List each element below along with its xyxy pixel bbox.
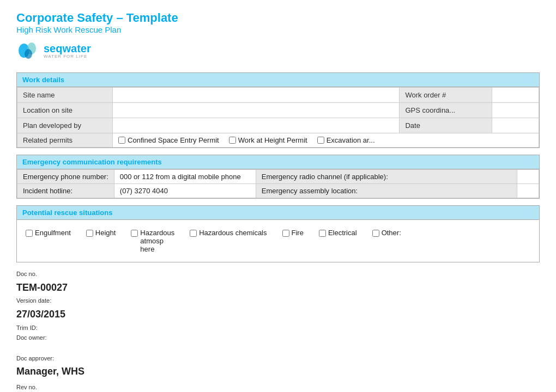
rescue-section: Potential rescue situations Engulfment H…	[16, 205, 540, 262]
electrical-checkbox[interactable]	[319, 230, 326, 237]
electrical-label: Electrical	[328, 229, 357, 237]
logo-area: seqwater WATER FOR LIFE	[16, 39, 540, 63]
engulfment-label: Engulfment	[35, 229, 71, 237]
related-permits-value: Confined Space Entry Permit Work at Heig…	[113, 133, 539, 148]
confined-space-permit[interactable]: Confined Space Entry Permit	[118, 136, 219, 144]
doc-subtitle: High Risk Work Rescue Plan	[16, 25, 540, 34]
permits-row: Confined Space Entry Permit Work at Heig…	[118, 136, 533, 144]
height-label: Height	[95, 229, 116, 237]
related-permits-label: Related permits	[17, 133, 113, 148]
approver-value: Manager, WHS	[16, 363, 540, 380]
hazardous-atm-checkbox[interactable]	[131, 230, 138, 237]
hazardous-chem-label: Hazardous chemicals	[199, 229, 267, 237]
engulfment-checkbox[interactable]	[26, 230, 33, 237]
hazardous-chem-item[interactable]: Hazardous chemicals	[190, 229, 267, 237]
plan-dev-value[interactable]	[113, 118, 400, 133]
work-height-permit[interactable]: Work at Height Permit	[229, 136, 307, 144]
work-order-label: Work order #	[400, 88, 492, 103]
page-header: Corporate Safety – Template High Risk Wo…	[16, 11, 540, 63]
hotline-value: (07) 3270 4040	[114, 184, 256, 198]
radio-channel-label: Emergency radio channel (if applicable):	[256, 170, 517, 184]
hotline-label: Incident hotline:	[17, 184, 114, 198]
fire-item[interactable]: Fire	[282, 229, 304, 237]
fire-checkbox[interactable]	[282, 230, 289, 237]
excavation-checkbox[interactable]	[317, 137, 324, 144]
gps-label: GPS coordina...	[400, 103, 492, 118]
location-label: Location on site	[17, 103, 113, 118]
doc-no-value: TEM-00027	[16, 279, 540, 296]
location-row: Location on site GPS coordina...	[17, 103, 539, 118]
emergency-phone-row: Emergency phone number: 000 or 112 from …	[17, 170, 539, 184]
electrical-item[interactable]: Electrical	[319, 229, 357, 237]
gps-value[interactable]	[492, 103, 539, 118]
doc-title: Corporate Safety – Template	[16, 11, 540, 25]
seqwater-logo-icon	[16, 39, 40, 63]
rev-label: Rev no.	[16, 382, 540, 392]
work-height-label: Work at Height Permit	[238, 136, 307, 144]
other-label: Other:	[382, 229, 401, 237]
work-details-header: Work details	[17, 73, 539, 87]
version-value: 27/03/2015	[16, 306, 540, 323]
version-label: Version date:	[16, 297, 51, 304]
location-value[interactable]	[113, 103, 400, 118]
rescue-header: Potential rescue situations	[17, 206, 539, 220]
other-checkbox[interactable]	[372, 230, 379, 237]
date-label: Date	[400, 118, 492, 133]
emerg-phone-value: 000 or 112 from a digital mobile phone	[114, 170, 256, 184]
radio-channel-value[interactable]	[517, 170, 539, 184]
hazardous-chem-checkbox[interactable]	[190, 230, 197, 237]
excavation-permit[interactable]: Excavation ar...	[317, 136, 375, 144]
work-details-table: Site name Work order # Location on site …	[17, 87, 539, 148]
plan-developed-row: Plan developed by Date	[17, 118, 539, 133]
site-name-value[interactable]	[113, 88, 400, 103]
height-checkbox[interactable]	[86, 230, 93, 237]
related-permits-row: Related permits Confined Space Entry Per…	[17, 133, 539, 148]
site-name-label: Site name	[17, 88, 113, 103]
engulfment-item[interactable]: Engulfment	[26, 229, 71, 237]
logo-text: seqwater WATER FOR LIFE	[44, 43, 91, 59]
emergency-header: Emergency communication requirements	[17, 155, 539, 169]
approver-label: Doc approver:	[16, 355, 54, 362]
trim-label: Trim ID:	[16, 324, 38, 331]
assembly-value[interactable]	[517, 184, 539, 198]
incident-hotline-row: Incident hotline: (07) 3270 4040 Emergen…	[17, 184, 539, 198]
footer-meta: Doc no. TEM-00027 Version date: 27/03/20…	[16, 269, 540, 392]
emergency-table: Emergency phone number: 000 or 112 from …	[17, 169, 539, 198]
confined-space-label: Confined Space Entry Permit	[128, 136, 219, 144]
emergency-section: Emergency communication requirements Eme…	[16, 155, 540, 199]
fire-label: Fire	[292, 229, 304, 237]
svg-point-2	[25, 49, 32, 59]
doc-no-label: Doc no.	[16, 271, 37, 277]
owner-label: Doc owner:	[16, 334, 47, 341]
rescue-checkboxes: Engulfment Height Hazardousatmosphere Ha…	[26, 229, 530, 253]
other-item[interactable]: Other:	[372, 229, 401, 237]
plan-dev-label: Plan developed by	[17, 118, 113, 133]
logo-brand-name: seqwater	[44, 43, 91, 54]
hazardous-atm-item[interactable]: Hazardousatmosphere	[131, 229, 174, 253]
work-height-checkbox[interactable]	[229, 137, 236, 144]
site-name-row: Site name Work order #	[17, 88, 539, 103]
work-order-value[interactable]	[492, 88, 539, 103]
emerg-phone-label: Emergency phone number:	[17, 170, 114, 184]
excavation-label: Excavation ar...	[327, 136, 375, 144]
logo-tagline: WATER FOR LIFE	[44, 54, 91, 59]
date-value[interactable]	[492, 118, 539, 133]
hazardous-atm-label: Hazardousatmosphere	[140, 229, 174, 253]
height-item[interactable]: Height	[86, 229, 116, 237]
rescue-body: Engulfment Height Hazardousatmosphere Ha…	[17, 220, 539, 262]
confined-space-checkbox[interactable]	[118, 137, 125, 144]
assembly-label: Emergency assembly location:	[256, 184, 517, 198]
work-details-section: Work details Site name Work order # Loca…	[16, 72, 540, 148]
